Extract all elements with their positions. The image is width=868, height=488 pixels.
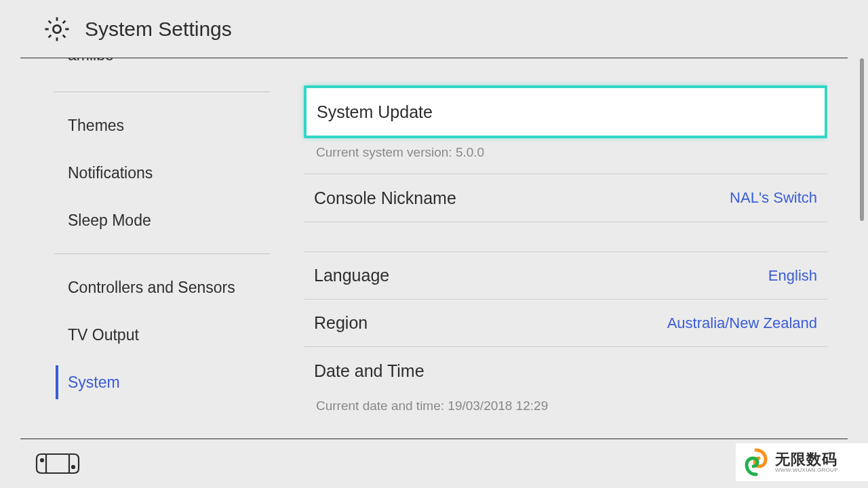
section-gap [304, 222, 827, 252]
row-label: Region [314, 313, 368, 333]
svg-point-2 [41, 459, 43, 462]
row-label: Date and Time [314, 361, 425, 381]
row-value: English [768, 267, 817, 285]
sidebar: amiibo Themes Notifications Sleep Mode C… [20, 58, 270, 439]
row-date-time[interactable]: Date and Time [304, 347, 827, 394]
svg-rect-1 [46, 454, 69, 473]
datetime-subtext: Current date and time: 19/03/2018 12:29 [304, 394, 827, 427]
sidebar-item-controllers[interactable]: Controllers and Sensors [20, 264, 270, 311]
sidebar-item-sleep-mode[interactable]: Sleep Mode [20, 197, 270, 244]
scrollbar[interactable] [860, 58, 864, 439]
gear-icon [43, 15, 71, 43]
sidebar-item-label: Controllers and Sensors [68, 279, 235, 297]
row-system-update[interactable]: System Update [304, 85, 827, 138]
sidebar-divider [54, 92, 270, 92]
watermark-en: WWW.WUXIAN.GROUP [775, 468, 838, 474]
sidebar-item-amiibo[interactable]: amiibo [20, 58, 270, 82]
row-language[interactable]: Language English [304, 252, 827, 300]
system-version-text: Current system version: 5.0.0 [304, 138, 827, 174]
sidebar-item-tv-output[interactable]: TV Output [20, 311, 270, 359]
watermark: 无限数码 WWW.WUXIAN.GROUP [736, 443, 868, 481]
svg-point-0 [53, 25, 60, 33]
row-value: Australia/New Zealand [667, 314, 817, 332]
sidebar-item-notifications[interactable]: Notifications [20, 149, 270, 197]
watermark-cn: 无限数码 [775, 451, 838, 468]
watermark-logo-icon [741, 447, 771, 477]
row-value: NAL's Switch [730, 189, 817, 207]
sidebar-item-label: Sleep Mode [68, 211, 151, 230]
sidebar-item-label: Notifications [68, 164, 153, 182]
main-panel: System Update Current system version: 5.… [270, 58, 848, 439]
sidebar-item-label: amiibo [68, 58, 114, 64]
row-label: System Update [317, 102, 433, 122]
scrollbar-thumb[interactable] [860, 58, 864, 221]
row-region[interactable]: Region Australia/New Zealand [304, 300, 827, 347]
sidebar-divider [54, 253, 270, 254]
sidebar-item-label: System [68, 373, 120, 392]
svg-point-3 [72, 466, 75, 468]
row-label: Console Nickname [314, 188, 456, 208]
controller-icon [34, 451, 81, 476]
row-console-nickname[interactable]: Console Nickname NAL's Switch [304, 174, 827, 222]
sidebar-item-themes[interactable]: Themes [20, 102, 270, 149]
sidebar-item-label: TV Output [68, 326, 139, 344]
sidebar-item-system[interactable]: System [20, 359, 270, 406]
row-label: Language [314, 266, 389, 285]
sidebar-item-label: Themes [68, 117, 124, 135]
page-title: System Settings [85, 18, 232, 41]
